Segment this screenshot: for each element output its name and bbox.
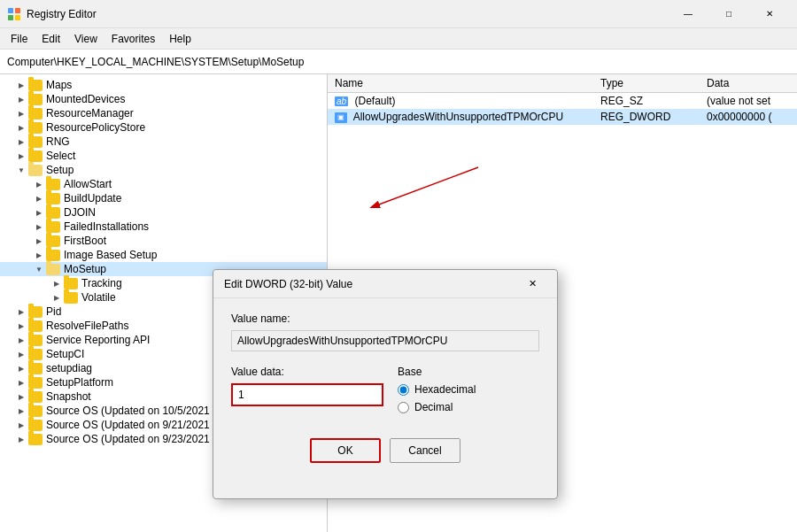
dialog-left-section: Value data: bbox=[231, 366, 383, 406]
row-name: ab (Default) bbox=[328, 93, 593, 110]
folder-icon bbox=[28, 377, 43, 389]
tree-item-resourcepolicystore[interactable]: ▶ ResourcePolicyStore bbox=[0, 120, 327, 135]
svg-rect-2 bbox=[8, 15, 13, 20]
folder-icon bbox=[28, 320, 43, 332]
expand-icon: ▶ bbox=[14, 308, 28, 316]
tree-label: AllowStart bbox=[64, 178, 112, 190]
folder-icon bbox=[28, 122, 43, 134]
expand-icon: ▶ bbox=[50, 280, 64, 288]
dialog-close-button[interactable]: ✕ bbox=[518, 272, 546, 297]
dialog-data-row: Value data: Base Hexadecimal Decimal bbox=[231, 366, 539, 413]
tree-label: SetupPlatform bbox=[46, 376, 113, 389]
decimal-label: Decimal bbox=[414, 401, 453, 413]
main-content: ▶ Maps ▶ MountedDevices ▶ ResourceManage… bbox=[0, 74, 797, 532]
app-icon bbox=[7, 7, 21, 21]
radio-decimal[interactable]: Decimal bbox=[398, 401, 539, 413]
folder-icon bbox=[46, 207, 60, 219]
folder-icon bbox=[28, 136, 43, 148]
dword-icon: ▣ bbox=[335, 112, 347, 123]
folder-icon bbox=[28, 363, 43, 374]
annotation-arrow bbox=[328, 158, 522, 220]
hexadecimal-label: Hexadecimal bbox=[414, 383, 476, 396]
menu-view[interactable]: View bbox=[67, 31, 104, 47]
tree-item-setup[interactable]: ▼ Setup bbox=[0, 163, 327, 177]
svg-rect-3 bbox=[15, 15, 20, 20]
folder-icon bbox=[46, 179, 60, 190]
folder-icon bbox=[64, 292, 78, 304]
tree-item-resourcemanager[interactable]: ▶ ResourceManager bbox=[0, 106, 327, 120]
dialog-body: Value name: AllowUpgradesWithUnsupported… bbox=[213, 298, 557, 428]
expand-icon: ▶ bbox=[14, 110, 28, 118]
expand-icon: ▶ bbox=[32, 223, 46, 231]
expand-icon: ▶ bbox=[32, 237, 46, 245]
tree-label: SetupCI bbox=[46, 348, 84, 360]
row-data: (value not set bbox=[700, 93, 797, 110]
menu-edit[interactable]: Edit bbox=[35, 31, 67, 47]
tree-label: ResourcePolicyStore bbox=[46, 121, 145, 134]
dialog-footer: OK Cancel bbox=[213, 428, 557, 477]
tree-item-maps[interactable]: ▶ Maps bbox=[0, 78, 327, 92]
tree-item-rng[interactable]: ▶ RNG bbox=[0, 135, 327, 149]
folder-icon bbox=[46, 235, 60, 247]
cancel-button[interactable]: Cancel bbox=[390, 438, 460, 463]
svg-line-4 bbox=[372, 167, 478, 207]
folder-icon bbox=[28, 405, 43, 417]
folder-icon bbox=[28, 434, 43, 445]
minimize-button[interactable]: — bbox=[668, 0, 708, 28]
ok-button[interactable]: OK bbox=[310, 438, 381, 463]
decimal-radio[interactable] bbox=[398, 402, 409, 413]
title-bar: Registry Editor — □ ✕ bbox=[0, 0, 797, 28]
tree-label: Snapshot bbox=[46, 390, 91, 403]
expand-icon: ▶ bbox=[50, 294, 64, 302]
tree-label: DJOIN bbox=[64, 206, 96, 219]
folder-icon bbox=[28, 80, 43, 91]
tree-item-select[interactable]: ▶ Select bbox=[0, 149, 327, 163]
base-fieldset: Base Hexadecimal Decimal bbox=[398, 366, 539, 413]
col-name: Name bbox=[328, 74, 593, 93]
tree-item-allowstart[interactable]: ▶ AllowStart bbox=[0, 177, 327, 191]
tree-item-imagebasedsetup[interactable]: ▶ Image Based Setup bbox=[0, 248, 327, 262]
folder-icon bbox=[46, 250, 60, 261]
expand-icon: ▶ bbox=[14, 393, 28, 401]
tree-item-buildupdate[interactable]: ▶ BuildUpdate bbox=[0, 191, 327, 205]
base-label: Base bbox=[398, 366, 422, 378]
tree-label: Pid bbox=[46, 305, 61, 318]
table-row[interactable]: ab (Default) REG_SZ (value not set bbox=[328, 93, 797, 110]
value-name-display: AllowUpgradesWithUnsupportedTPMOrCPU bbox=[231, 330, 539, 351]
tree-label: ResolveFilePaths bbox=[46, 320, 128, 332]
dialog-right-section: Base Hexadecimal Decimal bbox=[398, 366, 539, 413]
expand-icon: ▶ bbox=[14, 351, 28, 359]
expand-icon: ▶ bbox=[14, 152, 28, 160]
dialog-title-bar: Edit DWORD (32-bit) Value ✕ bbox=[213, 270, 557, 298]
menu-help[interactable]: Help bbox=[162, 31, 198, 47]
window-controls: — □ ✕ bbox=[668, 0, 790, 28]
tree-item-failedinstallations[interactable]: ▶ FailedInstallations bbox=[0, 220, 327, 234]
row-name: ▣ AllowUpgradesWithUnsupportedTPMOrCPU bbox=[328, 109, 593, 125]
expand-icon: ▶ bbox=[32, 209, 46, 217]
svg-rect-0 bbox=[8, 8, 13, 13]
tree-item-djoin[interactable]: ▶ DJOIN bbox=[0, 205, 327, 220]
tree-label: Volatile bbox=[81, 291, 116, 304]
radio-hexadecimal[interactable]: Hexadecimal bbox=[398, 383, 539, 396]
tree-item-firstboot[interactable]: ▶ FirstBoot bbox=[0, 234, 327, 248]
dialog-title: Edit DWORD (32-bit) Value bbox=[224, 278, 518, 290]
menu-file[interactable]: File bbox=[4, 31, 35, 47]
tree-label: FirstBoot bbox=[64, 235, 106, 247]
hexadecimal-radio[interactable] bbox=[398, 384, 409, 396]
value-data-input[interactable] bbox=[231, 383, 383, 406]
row-data: 0x00000000 ( bbox=[700, 109, 797, 125]
table-row[interactable]: ▣ AllowUpgradesWithUnsupportedTPMOrCPU R… bbox=[328, 109, 797, 125]
close-button[interactable]: ✕ bbox=[749, 0, 790, 28]
folder-icon bbox=[28, 165, 43, 176]
tree-label: BuildUpdate bbox=[64, 192, 121, 204]
tree-item-mounteddevices[interactable]: ▶ MountedDevices bbox=[0, 92, 327, 106]
tree-label: Select bbox=[46, 150, 75, 162]
value-data-label: Value data: bbox=[231, 366, 383, 378]
folder-icon bbox=[46, 264, 60, 275]
expand-icon: ▶ bbox=[14, 436, 28, 443]
expand-icon-setup: ▼ bbox=[14, 166, 28, 174]
address-text: Computer\HKEY_LOCAL_MACHINE\SYSTEM\Setup… bbox=[7, 56, 304, 68]
folder-icon bbox=[28, 306, 43, 318]
menu-favorites[interactable]: Favorites bbox=[104, 31, 162, 47]
maximize-button[interactable]: □ bbox=[708, 0, 749, 28]
